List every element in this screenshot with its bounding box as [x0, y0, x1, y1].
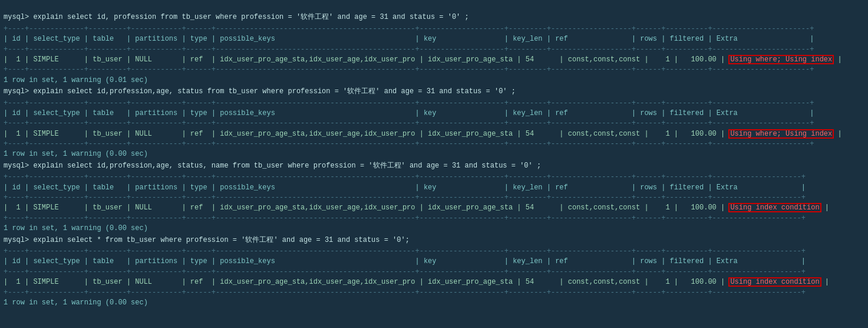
separator: +----+-------------+---------+----------…	[4, 139, 864, 149]
separator: +----+-------------+---------+----------…	[4, 288, 864, 298]
separator: +----+-------------+---------+----------…	[4, 119, 864, 129]
extra-highlight: Using where; Using index	[729, 130, 833, 138]
separator: +----+-------------+---------+----------…	[4, 267, 864, 277]
result-line-4: 1 row in set, 1 warning (0.00 sec)	[4, 298, 864, 308]
separator: +----+-------------+---------+----------…	[4, 214, 864, 224]
command-line-4: mysql> explain select * from tb_user whe…	[4, 235, 864, 245]
separator: +----+-------------+---------+----------…	[4, 65, 864, 75]
table-row-2: | 1 | SIMPLE | tb_user | NULL | ref | id…	[4, 129, 864, 139]
result-line-2: 1 row in set, 1 warning (0.00 sec)	[4, 149, 864, 159]
extra-highlight: Using index condition	[729, 278, 820, 286]
table-header-4: | id | select_type | table | partitions …	[4, 257, 864, 267]
command-line-2: mysql> explain select id,profession,age,…	[4, 87, 864, 97]
extra-highlight: Using where; Using index	[729, 55, 833, 64]
result-line-3: 1 row in set, 1 warning (0.00 sec)	[4, 224, 864, 234]
terminal: mysql> explain select id, profession fro…	[0, 0, 868, 311]
table-header-2: | id | select_type | table | partitions …	[4, 109, 864, 119]
table-row-3: | 1 | SIMPLE | tb_user | NULL | ref | id…	[4, 203, 864, 213]
separator: +----+-------------+---------+----------…	[4, 45, 864, 55]
extra-highlight: Using index condition	[729, 204, 820, 212]
result-line-1: 1 row in set, 1 warning (0.01 sec)	[4, 76, 864, 86]
command-line-1: mysql> explain select id, profession fro…	[4, 12, 864, 22]
separator: +----+-------------+---------+----------…	[4, 172, 864, 182]
separator: +----+-------------+---------+----------…	[4, 24, 864, 34]
table-header-3: | id | select_type | table | partitions …	[4, 183, 864, 193]
separator: +----+-------------+---------+----------…	[4, 193, 864, 203]
separator: +----+-------------+---------+----------…	[4, 99, 864, 109]
separator: +----+-------------+---------+----------…	[4, 247, 864, 257]
table-header-1: | id | select_type | table | partitions …	[4, 34, 864, 44]
command-line-3: mysql> explain select id,profession,age,…	[4, 161, 864, 171]
table-row-1: | 1 | SIMPLE | tb_user | NULL | ref | id…	[4, 55, 864, 65]
table-row-4: | 1 | SIMPLE | tb_user | NULL | ref | id…	[4, 277, 864, 287]
